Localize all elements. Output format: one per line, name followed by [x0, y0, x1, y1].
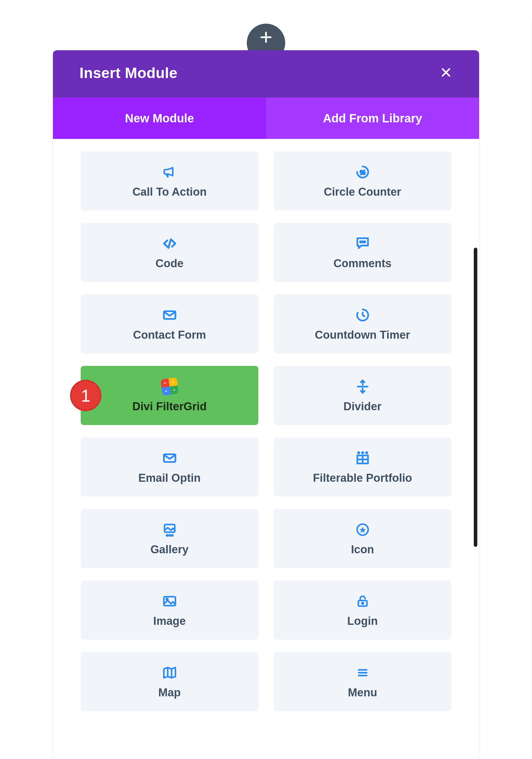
module-label: Countdown Timer: [315, 329, 410, 341]
image-icon: [162, 593, 177, 610]
svg-point-23: [171, 535, 173, 536]
module-label: Map: [158, 686, 181, 699]
module-label: Contact Form: [133, 329, 206, 341]
envelope-icon: [162, 450, 177, 466]
unlock-icon: [355, 593, 370, 610]
module-label: Comments: [333, 257, 391, 270]
module-label: Icon: [351, 543, 374, 556]
module-card-login[interactable]: Login: [274, 580, 451, 640]
tab-new-module[interactable]: New Module: [53, 98, 266, 139]
grid-icon: [355, 450, 371, 466]
circle-counter-icon: %: [355, 164, 370, 180]
page-canvas: Insert Module New Module Add From Librar…: [0, 0, 532, 759]
svg-point-21: [166, 535, 168, 536]
svg-point-7: [362, 241, 363, 243]
modal-title: Insert Module: [79, 64, 178, 82]
modal-header: Insert Module: [53, 50, 479, 98]
module-label: Circle Counter: [324, 185, 401, 198]
tabs: New Module Add From Library: [53, 98, 479, 139]
svg-rect-26: [164, 596, 175, 605]
svg-point-15: [362, 452, 363, 454]
module-card-circle-counter[interactable]: % Circle Counter: [274, 151, 451, 211]
module-label: Call To Action: [132, 185, 207, 198]
svg-point-22: [169, 535, 170, 536]
module-grid: Call To Action % Circle Counter: [81, 151, 451, 711]
svg-line-5: [168, 239, 171, 248]
svg-marker-30: [164, 667, 175, 678]
filtergrid-icon: [161, 378, 178, 395]
module-card-icon[interactable]: Icon: [274, 509, 451, 568]
module-grid-wrap: Call To Action % Circle Counter: [53, 139, 479, 718]
star-circle-icon: [355, 521, 370, 538]
svg-point-6: [360, 241, 361, 243]
module-card-gallery[interactable]: Gallery: [81, 509, 258, 568]
module-label: Divider: [344, 400, 382, 413]
envelope-icon: [162, 307, 177, 323]
menu-icon: [356, 664, 369, 681]
gallery-icon: [162, 521, 177, 538]
svg-point-16: [366, 452, 367, 454]
tab-label: Add From Library: [323, 112, 422, 125]
module-card-countdown-timer[interactable]: Countdown Timer: [274, 295, 451, 353]
divider-icon: [355, 378, 370, 395]
clock-icon: [355, 307, 370, 323]
tab-add-from-library[interactable]: Add From Library: [266, 98, 479, 139]
module-label: Filterable Portfolio: [313, 472, 412, 484]
svg-point-29: [362, 602, 363, 604]
module-card-contact-form[interactable]: Contact Form: [81, 295, 258, 353]
plus-icon: [259, 30, 273, 44]
svg-point-27: [166, 598, 168, 600]
inner-wrap: Insert Module New Module Add From Librar…: [0, 21, 532, 759]
module-card-menu[interactable]: Menu: [274, 652, 451, 711]
module-label: Divi FilterGrid: [132, 400, 207, 413]
close-icon: [440, 66, 452, 80]
map-icon: [162, 664, 177, 681]
svg-point-8: [364, 241, 365, 243]
tab-label: New Module: [125, 112, 194, 125]
module-label: Email Optin: [138, 472, 201, 484]
insert-module-modal: Insert Module New Module Add From Librar…: [53, 50, 479, 759]
module-card-divi-filtergrid[interactable]: 1 Divi FilterGrid: [81, 366, 258, 425]
svg-point-14: [358, 452, 359, 454]
bullhorn-icon: [162, 164, 177, 180]
scrollbar-thumb[interactable]: [474, 248, 477, 547]
code-icon: [162, 235, 177, 252]
module-label: Image: [153, 615, 186, 627]
module-card-code[interactable]: Code: [81, 223, 258, 282]
svg-marker-25: [359, 526, 366, 533]
module-label: Menu: [348, 686, 377, 699]
module-card-call-to-action[interactable]: Call To Action: [81, 151, 258, 211]
module-card-filterable-portfolio[interactable]: Filterable Portfolio: [274, 437, 451, 497]
module-label: Gallery: [150, 543, 188, 556]
annotation-badge: 1: [70, 380, 102, 411]
module-card-image[interactable]: Image: [81, 580, 258, 640]
module-card-divider[interactable]: Divider: [274, 366, 451, 425]
module-label: Login: [347, 615, 378, 627]
close-button[interactable]: [439, 66, 453, 80]
badge-number: 1: [81, 386, 91, 406]
module-card-map[interactable]: Map: [81, 652, 258, 711]
module-card-email-optin[interactable]: Email Optin: [81, 437, 258, 497]
module-label: Code: [155, 257, 184, 270]
comments-icon: [355, 235, 371, 252]
svg-text:%: %: [360, 169, 365, 176]
module-card-comments[interactable]: Comments: [274, 223, 451, 282]
